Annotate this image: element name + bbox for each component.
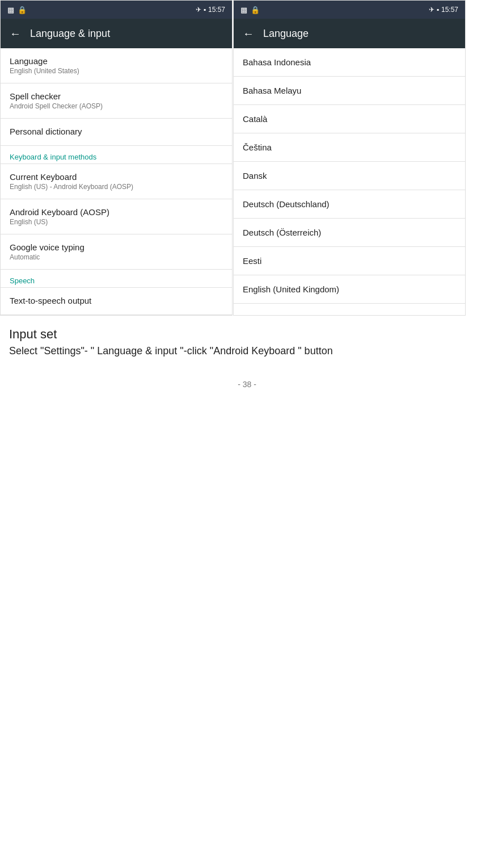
lock-icon-2: 🔒 <box>251 6 260 14</box>
status-icons-right-left: ▩ 🔒 <box>240 6 260 14</box>
status-bar-left: ▩ 🔒 ✈ ▪ 15:57 <box>1 1 232 19</box>
language-option-1[interactable]: Bahasa Indonesia <box>234 48 465 77</box>
page-number: - 38 - <box>0 368 494 400</box>
airplane-icon-2: ✈ <box>429 6 434 14</box>
language-input-title: Language & input <box>30 28 110 40</box>
tts-item[interactable]: Text-to-speech output <box>1 288 232 315</box>
android-keyboard-title: Android Keyboard (AOSP) <box>10 207 223 217</box>
status-icons-left: ▩ 🔒 <box>7 6 27 14</box>
language-app-bar: ← Language <box>234 19 465 48</box>
tts-title: Text-to-speech output <box>10 296 223 305</box>
language-option-7[interactable]: Deutsch (Österreich) <box>234 219 465 247</box>
status-bar-right: ▩ 🔒 ✈ ▪ 15:57 <box>234 1 465 19</box>
status-icons-right: ✈ ▪ 15:57 <box>196 6 225 14</box>
language-item-subtitle: English (United States) <box>10 67 223 75</box>
android-keyboard-item[interactable]: Android Keyboard (AOSP) English (US) <box>1 199 232 234</box>
lock-icon: 🔒 <box>18 6 27 14</box>
language-list: Bahasa Indonesia Bahasa Melayu Català Če… <box>234 48 465 304</box>
language-title: Language <box>263 28 309 40</box>
settings-list: Language English (United States) Spell c… <box>1 48 232 315</box>
current-keyboard-subtitle: English (US) - Android Keyboard (AOSP) <box>10 183 223 191</box>
battery-icon: ▪ <box>204 6 206 14</box>
back-button[interactable]: ← <box>10 27 21 40</box>
spell-checker-title: Spell checker <box>10 91 223 101</box>
language-option-5[interactable]: Dansk <box>234 162 465 190</box>
airplane-icon: ✈ <box>196 6 201 14</box>
language-screen: ▩ 🔒 ✈ ▪ 15:57 ← Language Bahasa Indonesi… <box>233 0 466 316</box>
language-option-2[interactable]: Bahasa Melayu <box>234 77 465 105</box>
language-option-4[interactable]: Čeština <box>234 133 465 162</box>
language-input-screen: ▩ 🔒 ✈ ▪ 15:57 ← Language & input Languag… <box>0 0 233 316</box>
google-voice-subtitle: Automatic <box>10 253 223 261</box>
speech-section-header: Speech <box>1 270 232 288</box>
screens-container: ▩ 🔒 ✈ ▪ 15:57 ← Language & input Languag… <box>0 0 494 316</box>
back-button-2[interactable]: ← <box>243 27 254 40</box>
language-option-9[interactable]: English (United Kingdom) <box>234 275 465 304</box>
language-item-title: Language <box>10 56 223 66</box>
language-item[interactable]: Language English (United States) <box>1 48 232 83</box>
battery-icon-2: ▪ <box>437 6 439 14</box>
google-voice-typing-item[interactable]: Google voice typing Automatic <box>1 234 232 270</box>
instruction-text: Select "Settings"- " Language & input "-… <box>9 345 485 357</box>
language-option-3[interactable]: Català <box>234 105 465 133</box>
google-voice-title: Google voice typing <box>10 242 223 252</box>
instruction-title: Input set <box>9 327 485 342</box>
current-keyboard-item[interactable]: Current Keyboard English (US) - Android … <box>1 164 232 199</box>
screen-icon: ▩ <box>7 6 14 14</box>
status-time-right: ✈ ▪ 15:57 <box>429 6 458 14</box>
time-display-2: 15:57 <box>441 6 458 14</box>
instruction-area: Input set Select "Settings"- " Language … <box>0 316 494 368</box>
android-keyboard-subtitle: English (US) <box>10 218 223 226</box>
language-option-8[interactable]: Eesti <box>234 247 465 275</box>
time-display: 15:57 <box>208 6 225 14</box>
personal-dictionary-title: Personal dictionary <box>10 127 223 136</box>
spell-checker-item[interactable]: Spell checker Android Spell Checker (AOS… <box>1 83 232 119</box>
language-option-6[interactable]: Deutsch (Deutschland) <box>234 190 465 219</box>
personal-dictionary-item[interactable]: Personal dictionary <box>1 119 232 146</box>
keyboard-section-header: Keyboard & input methods <box>1 146 232 164</box>
current-keyboard-title: Current Keyboard <box>10 172 223 182</box>
spell-checker-subtitle: Android Spell Checker (AOSP) <box>10 102 223 110</box>
screen-icon-2: ▩ <box>240 6 247 14</box>
language-input-app-bar: ← Language & input <box>1 19 232 48</box>
